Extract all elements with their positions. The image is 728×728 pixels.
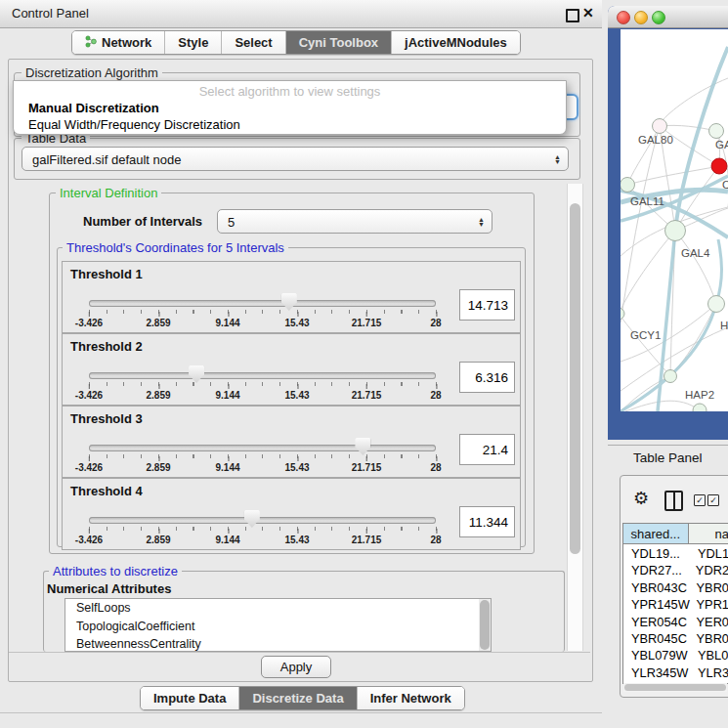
- node-selected-red[interactable]: [711, 158, 727, 174]
- column-header-name[interactable]: na: [689, 524, 728, 544]
- cell-name: YPR1: [692, 596, 728, 613]
- table-horizontal-scrollbar[interactable]: [623, 683, 727, 692]
- slider-thumb[interactable]: [244, 510, 260, 528]
- slider-track[interactable]: [89, 445, 436, 451]
- slider-ticks: [89, 527, 437, 531]
- table-row[interactable]: YDR27...YDR2: [623, 562, 728, 578]
- slider-track[interactable]: [89, 517, 436, 524]
- tab-discretize-data[interactable]: Discretize Data: [239, 687, 357, 709]
- tab-style[interactable]: Style: [165, 31, 222, 54]
- slider-thumb[interactable]: [355, 438, 370, 455]
- threshold-value-field[interactable]: 14.713: [459, 289, 515, 321]
- threshold-slider[interactable]: -3.4262.8599.14415.4321.71528: [89, 509, 436, 544]
- tab-select[interactable]: Select: [222, 31, 285, 54]
- tab-label: Infer Network: [370, 691, 451, 706]
- control-panel-titlebar: Control Panel ✕: [0, 0, 602, 28]
- threshold-slider[interactable]: -3.4262.8599.14415.4321.71528: [89, 437, 436, 472]
- table-data-combobox[interactable]: galFiltered.sif default node ▲▼: [21, 147, 569, 171]
- cell-name: YDL1: [693, 545, 728, 562]
- node-label-hap2: HAP2: [685, 389, 714, 401]
- node-ga[interactable]: [709, 124, 724, 139]
- attribute-list-item[interactable]: SelfLoops: [65, 599, 491, 618]
- node-gcy1[interactable]: [621, 308, 624, 320]
- network-canvas[interactable]: GAL80 GA C GAL11 GAL4 GCY1 H HAP2: [621, 29, 728, 411]
- slider-track[interactable]: [89, 372, 436, 379]
- popup-option-manual-discretization[interactable]: Manual Discretization: [28, 101, 159, 115]
- number-of-intervals-combobox[interactable]: 5 ▲▼: [217, 209, 492, 234]
- number-of-intervals-value: 5: [228, 214, 235, 229]
- close-traffic-light[interactable]: [617, 11, 630, 24]
- checkbox-icon[interactable]: ✓: [707, 494, 719, 506]
- slider-ticks: [89, 382, 437, 386]
- slider-track[interactable]: [89, 300, 436, 307]
- popup-option-equal-width-frequency[interactable]: Equal Width/Frequency Discretization: [28, 117, 240, 132]
- apply-button[interactable]: Apply: [261, 656, 331, 678]
- divider: [9, 652, 590, 653]
- node-label-h: H: [720, 320, 728, 331]
- node-label-gal4: GAL4: [681, 247, 710, 259]
- node-gal80[interactable]: [653, 119, 667, 134]
- checkbox-icon[interactable]: ✓: [694, 494, 706, 506]
- tab-label: jActiveMNodules: [405, 35, 507, 50]
- popup-hint-text: Select algorithm to view settings: [14, 84, 566, 99]
- attribute-list-item[interactable]: TopologicalCoefficient: [65, 618, 491, 636]
- table-row[interactable]: YER054CYER0: [623, 614, 728, 630]
- tab-infer-network[interactable]: Infer Network: [358, 687, 464, 709]
- table-row[interactable]: YBR043CYBR0: [623, 579, 728, 596]
- node-label-gal80: GAL80: [638, 134, 673, 146]
- tick-label: 2.859: [146, 318, 170, 328]
- numerical-attributes-list[interactable]: SelfLoopsTopologicalCoefficientBetweenne…: [64, 598, 492, 652]
- slider-thumb[interactable]: [189, 365, 204, 383]
- column-header-shared-name[interactable]: shared...: [623, 524, 689, 544]
- scrollbar-thumb[interactable]: [624, 684, 726, 691]
- node-gal11[interactable]: [621, 178, 635, 193]
- scrollbar-thumb[interactable]: [570, 203, 580, 554]
- table-row[interactable]: YIL052CYIL0: [623, 681, 728, 682]
- settings-scrollbar[interactable]: [567, 184, 583, 651]
- control-panel-tabbar: Network Style Select Cyni Toolbox jActiv…: [71, 30, 521, 55]
- table-row[interactable]: YBL079WYBL0: [623, 647, 728, 664]
- slider-scale: -3.4262.8599.14415.4321.71528: [89, 315, 436, 327]
- node-partial[interactable]: [693, 404, 707, 411]
- zoom-traffic-light[interactable]: [652, 11, 665, 24]
- slider-scale: -3.4262.8599.14415.4321.71528: [89, 387, 436, 400]
- table-row[interactable]: YBR045CYBR0: [623, 630, 728, 647]
- table-body: YDL19...YDL1YDR27...YDR2YBR043CYBR0YPR14…: [623, 545, 728, 682]
- slider-thumb[interactable]: [281, 293, 297, 311]
- tab-cyni-toolbox[interactable]: Cyni Toolbox: [286, 31, 392, 54]
- slider-scale: -3.4262.8599.14415.4321.71528: [89, 459, 436, 472]
- tick-label: 15.43: [284, 318, 309, 328]
- gear-icon[interactable]: ⚙: [633, 488, 649, 509]
- node-h[interactable]: [708, 296, 725, 313]
- tick-label: 2.859: [146, 390, 170, 401]
- threshold-label: Threshold 4: [70, 484, 143, 498]
- tab-jactivemnodules[interactable]: jActiveMNodules: [392, 31, 520, 54]
- node-attribute-table: shared... na YDL19...YDL1YDR27...YDR2YBR…: [622, 523, 728, 684]
- table-row[interactable]: YLR345WYLR3: [623, 664, 728, 681]
- attributes-list-scrollbar[interactable]: [479, 599, 491, 651]
- table-row[interactable]: YPR145WYPR1: [623, 596, 728, 613]
- attribute-list-item[interactable]: BetweennessCentrality: [65, 635, 491, 652]
- tick-label: 21.715: [352, 390, 382, 401]
- combobox-arrows-icon: ▲▼: [478, 217, 485, 227]
- close-icon[interactable]: ✕: [582, 5, 594, 21]
- split-columns-icon[interactable]: [664, 491, 683, 511]
- scrollbar-thumb[interactable]: [480, 600, 490, 650]
- cell-shared-name: YPR145W: [623, 596, 692, 613]
- node-gal4[interactable]: [665, 221, 686, 241]
- threshold-value-field[interactable]: 21.4: [459, 434, 515, 465]
- threshold-value-field[interactable]: 11.344: [459, 506, 515, 537]
- tab-impute-data[interactable]: Impute Data: [141, 687, 239, 709]
- screen: Control Panel ✕ Network Style Select Cyn…: [0, 0, 728, 728]
- tab-network[interactable]: Network: [72, 31, 165, 54]
- table-row[interactable]: YDL19...YDL1: [623, 545, 728, 562]
- float-window-icon[interactable]: [566, 9, 579, 22]
- tab-label: Select: [235, 35, 272, 50]
- attributes-group-label: Attributes to discretize: [49, 565, 182, 578]
- minimize-traffic-light[interactable]: [634, 11, 648, 24]
- node-hap2[interactable]: [664, 370, 677, 383]
- network-window-titlebar[interactable]: [608, 6, 728, 28]
- threshold-slider[interactable]: -3.4262.8599.14415.4321.71528: [89, 364, 436, 400]
- threshold-value-field[interactable]: 6.316: [459, 362, 515, 393]
- threshold-slider[interactable]: -3.4262.8599.14415.4321.71528: [89, 292, 436, 327]
